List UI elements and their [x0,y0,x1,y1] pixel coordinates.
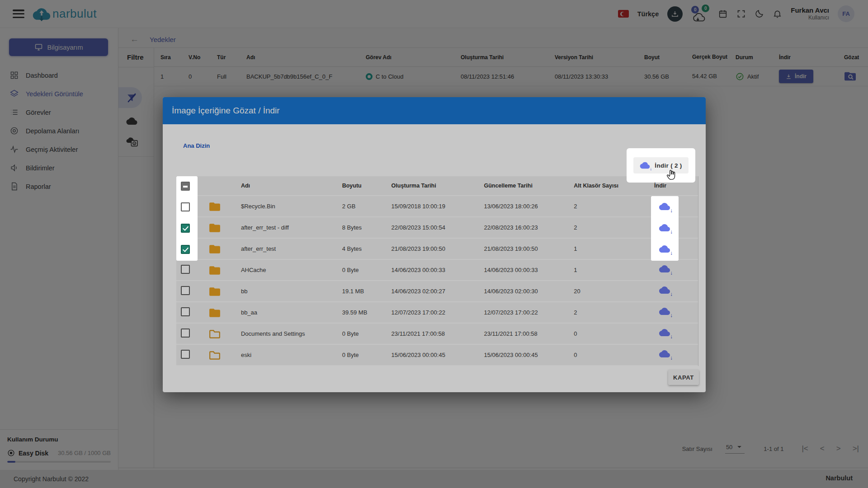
download-cloud-icon: ↓ [640,161,651,169]
select-all-checkbox[interactable] [181,182,190,191]
row-checkbox[interactable] [181,245,190,254]
cursor-hand-icon [665,169,677,182]
row-checkbox[interactable] [181,202,190,211]
download-column-spotlight: ↓ ↓ ↓ [651,196,679,261]
download-cloud-icon[interactable]: ↓ [659,244,671,254]
download-cloud-icon[interactable]: ↓ [659,223,671,233]
checkbox-column-spotlight [176,176,198,261]
row-checkbox[interactable] [181,224,190,233]
tour-overlay [0,0,868,488]
download-selected-button[interactable]: ↓ İndir ( 2 ) [633,157,688,174]
download-selected-spotlight: ↓ İndir ( 2 ) [627,148,695,183]
download-cloud-icon[interactable]: ↓ [659,202,671,212]
